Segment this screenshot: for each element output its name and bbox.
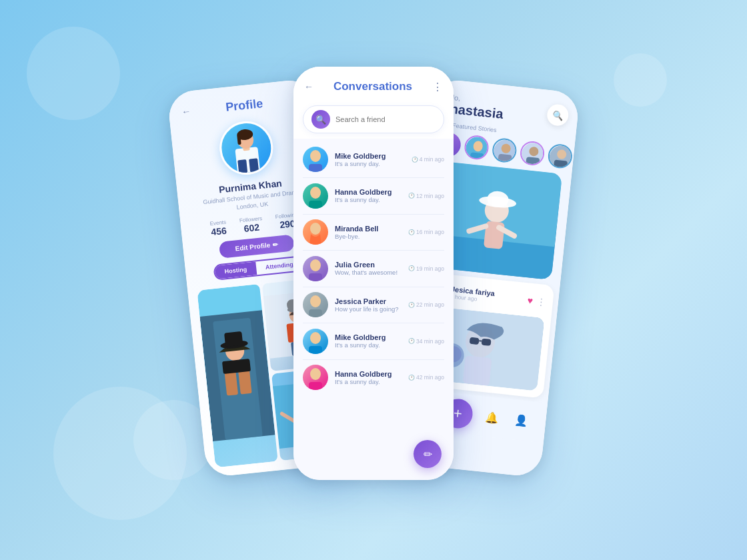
events-value: 456: [211, 225, 227, 237]
conv-info-6: Hanna Goldberg It's a sunny day.: [335, 370, 402, 385]
compose-fab-button[interactable]: ✏: [414, 440, 442, 468]
svg-rect-50: [526, 157, 540, 167]
svg-rect-32: [309, 201, 322, 209]
svg-rect-53: [554, 159, 568, 169]
conv-name-6: Hanna Goldberg: [335, 370, 402, 378]
conv-time-0: 🕐 4 min ago: [412, 156, 444, 163]
conv-avatar-0: [303, 147, 328, 172]
heart-icon[interactable]: ♥: [527, 295, 534, 306]
feed-search-button[interactable]: 🔍: [546, 103, 570, 127]
conv-info-5: Mike Goldberg It's a sunny day.: [335, 333, 402, 349]
profile-avatar-container: [217, 119, 275, 177]
svg-point-38: [310, 332, 321, 344]
svg-rect-30: [309, 164, 322, 172]
svg-rect-67: [470, 337, 480, 345]
conv-msg-0: It's a sunny day.: [335, 160, 405, 167]
conv-msg-1: It's a sunny day.: [335, 196, 402, 203]
search-input[interactable]: [335, 115, 436, 123]
story-avatar-4[interactable]: [547, 143, 574, 170]
svg-point-29: [310, 150, 321, 162]
search-icon-circle: 🔍: [311, 110, 330, 129]
conversations-list: Mike Goldberg It's a sunny day. 🕐 4 min …: [293, 139, 454, 480]
back-button[interactable]: ←: [177, 103, 195, 120]
edit-profile-label: Edit Profile: [235, 241, 271, 252]
svg-rect-69: [479, 340, 482, 341]
conv-msg-6: It's a sunny day.: [335, 378, 402, 385]
svg-rect-47: [498, 154, 512, 164]
svg-point-36: [310, 295, 321, 307]
conv-time-5: 🕐 34 min ago: [408, 338, 444, 345]
svg-rect-14: [224, 331, 243, 347]
svg-point-33: [310, 223, 321, 235]
followers-value: 602: [243, 222, 260, 234]
conv-back-icon[interactable]: ←: [304, 81, 313, 92]
conversation-item-5[interactable]: Mike Goldberg It's a sunny day. 🕐 34 min…: [293, 323, 454, 359]
conv-time-3: 🕐 19 min ago: [408, 265, 444, 272]
profile-school: Guidhall School of Music and Drama Londo…: [203, 188, 301, 215]
conv-info-4: Jessica Parker How your life is going?: [335, 297, 402, 313]
conv-avatar-1: [303, 183, 328, 209]
conversation-item-6[interactable]: Hanna Goldberg It's a sunny day. 🕐 42 mi…: [293, 359, 454, 395]
conv-time-4: 🕐 22 min ago: [408, 301, 444, 308]
conversations-screen: ← Conversations ⋮ 🔍: [293, 67, 454, 480]
conversations-phone: ← Conversations ⋮ 🔍: [293, 67, 454, 480]
feed-search-icon: 🔍: [552, 109, 564, 121]
conversation-item-3[interactable]: Julia Green Wow, that's awesome! 🕐 19 mi…: [293, 251, 454, 287]
bg-decoration-4: [27, 27, 120, 120]
svg-rect-72: [462, 355, 492, 386]
story-avatar-1[interactable]: [464, 134, 490, 161]
profile-icon[interactable]: 👤: [510, 409, 532, 431]
conv-menu-icon[interactable]: ⋮: [432, 81, 443, 93]
conv-avatar-5: [303, 329, 328, 354]
post-menu-icon[interactable]: ⋮: [536, 296, 547, 307]
story-avatar-3[interactable]: [519, 140, 546, 167]
conv-avatar-6: [303, 365, 328, 390]
svg-rect-68: [482, 339, 492, 346]
clock-icon-0: 🕐: [412, 157, 418, 163]
conversations-header: ← Conversations ⋮: [293, 67, 454, 100]
phones-container: ← Profile ⋮: [167, 73, 580, 487]
svg-rect-6: [249, 158, 259, 172]
conv-name-0: Mike Goldberg: [335, 152, 405, 160]
conv-msg-5: It's a sunny day.: [335, 341, 402, 349]
profile-title: Profile: [193, 93, 295, 118]
hosting-tab[interactable]: Hosting: [215, 262, 257, 279]
svg-point-34: [310, 259, 321, 271]
conv-info-1: Hanna Goldberg It's a sunny day.: [335, 188, 402, 203]
conv-avatar-3: [303, 256, 328, 281]
conv-time-6: 🕐 42 min ago: [408, 374, 444, 381]
conv-info-2: Miranda Bell Bye-bye.: [335, 225, 402, 240]
conv-info-3: Julia Green Wow, that's awesome!: [335, 261, 402, 276]
edit-profile-button[interactable]: Edit Profile ✏: [218, 234, 295, 259]
edit-icon: ✏: [273, 241, 279, 249]
conversation-item-1[interactable]: Hanna Goldberg It's a sunny day. 🕐 12 mi…: [293, 178, 454, 214]
conv-time-1: 🕐 12 min ago: [408, 193, 444, 199]
search-wrapper: 🔍: [303, 105, 444, 133]
svg-rect-41: [309, 382, 322, 390]
conversation-item-2[interactable]: Miranda Bell Bye-bye. 🕐 16 min ago: [293, 214, 454, 250]
conv-msg-2: Bye-bye.: [335, 233, 402, 240]
profile-header: ← Profile ⋮: [177, 91, 306, 120]
conv-avatar-2: [303, 219, 328, 245]
events-stat: Events 456: [209, 219, 227, 237]
conv-name-3: Julia Green: [335, 261, 402, 269]
search-icon: 🔍: [315, 115, 326, 125]
bell-icon[interactable]: 🔔: [481, 406, 503, 428]
followers-stat: Followers 602: [239, 215, 263, 234]
conversation-item-0[interactable]: Mike Goldberg It's a sunny day. 🕐 4 min …: [293, 141, 454, 177]
story-avatar-2[interactable]: [492, 137, 518, 164]
profile-avatar: [217, 119, 275, 177]
svg-point-31: [310, 187, 321, 199]
post-actions: ♥ ⋮: [527, 295, 547, 307]
conversation-item-4[interactable]: Jessica Parker How your life is going? 🕐…: [293, 287, 454, 323]
conv-name-2: Miranda Bell: [335, 225, 402, 233]
hosting-attending-tabs: Hosting Attending: [213, 255, 305, 281]
conversations-search-bar: 🔍: [293, 100, 454, 139]
conversations-title: Conversations: [333, 80, 412, 93]
svg-rect-5: [237, 159, 247, 173]
conv-name-4: Jessica Parker: [335, 297, 402, 305]
svg-rect-44: [470, 152, 484, 161]
svg-rect-35: [309, 273, 322, 281]
conv-info-0: Mike Goldberg It's a sunny day.: [335, 152, 405, 167]
conv-name-5: Mike Goldberg: [335, 333, 402, 341]
